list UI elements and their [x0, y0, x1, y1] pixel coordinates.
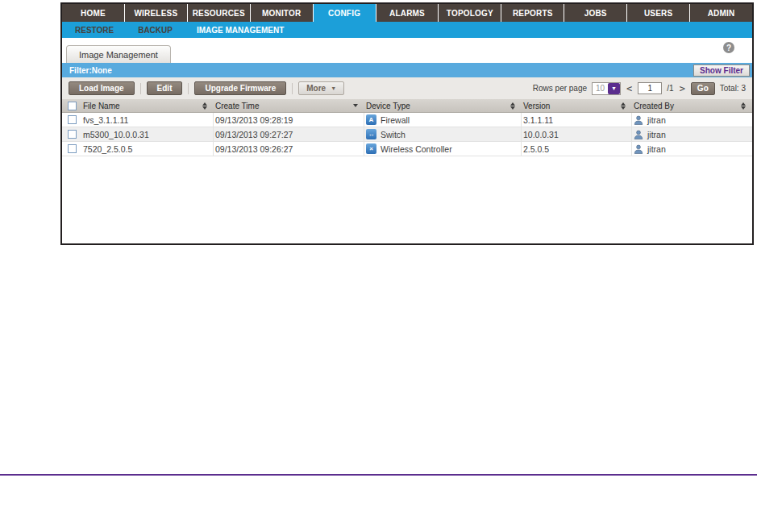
- rows-per-page-label: Rows per page: [533, 84, 587, 93]
- user-icon: [634, 130, 643, 139]
- select-all-checkbox[interactable]: [68, 102, 77, 110]
- page-divider: [0, 474, 757, 476]
- help-icon[interactable]: ?: [723, 42, 734, 53]
- row-checkbox[interactable]: [68, 144, 77, 153]
- rows-per-page-select[interactable]: 10 ▼: [592, 82, 621, 95]
- upgrade-firmware-button[interactable]: Upgrade Firmware: [194, 81, 286, 95]
- nav-item-home[interactable]: HOME: [62, 4, 125, 22]
- total-count-label: Total: 3: [720, 84, 746, 93]
- nav-item-reports[interactable]: REPORTS: [501, 4, 564, 22]
- table-header: File Name Create Time Device Type Versio…: [62, 99, 752, 113]
- app-window: HOME WIRELESS RESOURCES MONITOR CONFIG A…: [60, 2, 754, 245]
- tab-strip: Image Management ?: [62, 38, 752, 63]
- table-row[interactable]: fvs_3.1.1.11 09/13/2013 09:28:19 A Firew…: [62, 113, 752, 127]
- row-checkbox-cell: [62, 144, 81, 153]
- chevron-down-icon: ▼: [331, 85, 336, 91]
- table-empty-area: [62, 156, 752, 243]
- toolbar: Load Image Edit Upgrade Firmware More ▼ …: [62, 77, 752, 99]
- created-by-cell: jitran: [632, 113, 752, 127]
- nav-item-alarms[interactable]: ALARMS: [376, 4, 439, 22]
- sort-icon[interactable]: [621, 102, 626, 110]
- file-name-cell: m5300_10.0.0.31: [81, 127, 214, 141]
- switch-icon: ↔: [366, 129, 376, 139]
- device-type-label: Wireless Controller: [381, 144, 452, 154]
- column-header-device-type[interactable]: Device Type: [364, 99, 522, 112]
- table-row[interactable]: m5300_10.0.0.31 09/13/2013 09:27:27 ↔ Sw…: [62, 127, 752, 142]
- nav-item-resources[interactable]: RESOURCES: [188, 4, 251, 22]
- nav-item-config[interactable]: CONFIG: [314, 4, 376, 22]
- more-button[interactable]: More ▼: [298, 81, 344, 95]
- sort-icon[interactable]: [510, 102, 515, 110]
- previous-page-icon[interactable]: <: [626, 83, 633, 94]
- column-label: Created By: [634, 102, 674, 110]
- filter-bar: Filter:None Show Filter: [62, 63, 752, 77]
- created-by-label: jitran: [647, 144, 666, 154]
- more-button-label: More: [306, 84, 326, 93]
- top-nav: HOME WIRELESS RESOURCES MONITOR CONFIG A…: [62, 4, 752, 22]
- subnav-item-image-management[interactable]: IMAGE MANAGEMENT: [197, 26, 284, 35]
- firewall-icon: A: [366, 114, 376, 125]
- row-checkbox[interactable]: [68, 130, 77, 139]
- subnav-item-backup[interactable]: BACKUP: [138, 26, 173, 35]
- version-cell: 2.5.0.5: [522, 142, 632, 156]
- go-button[interactable]: Go: [691, 82, 715, 95]
- created-by-cell: jitran: [632, 142, 752, 156]
- edit-button[interactable]: Edit: [147, 81, 183, 95]
- toolbar-divider: [292, 83, 293, 94]
- device-type-label: Switch: [381, 130, 406, 139]
- row-checkbox[interactable]: [68, 115, 77, 124]
- row-checkbox-cell: [62, 115, 81, 124]
- version-cell: 10.0.0.31: [522, 127, 632, 141]
- column-header-created-by[interactable]: Created By: [632, 99, 752, 112]
- device-type-cell: × Wireless Controller: [364, 142, 522, 156]
- wireless-controller-icon: ×: [366, 143, 376, 154]
- toolbar-divider: [188, 83, 189, 94]
- create-time-cell: 09/13/2013 09:27:27: [214, 127, 364, 141]
- created-by-label: jitran: [647, 130, 666, 139]
- create-time-cell: 09/13/2013 09:28:19: [214, 113, 364, 127]
- nav-item-monitor[interactable]: MONITOR: [251, 4, 314, 22]
- created-by-cell: jitran: [632, 127, 752, 141]
- config-subnav: RESTORE BACKUP IMAGE MANAGEMENT: [62, 22, 752, 38]
- sort-icon[interactable]: [741, 102, 746, 110]
- filter-status-label: Filter:None: [69, 66, 112, 75]
- row-checkbox-cell: [62, 130, 81, 139]
- create-time-cell: 09/13/2013 09:26:27: [214, 142, 364, 156]
- column-label: Version: [523, 102, 550, 110]
- nav-item-wireless[interactable]: WIRELESS: [125, 4, 188, 22]
- next-page-icon[interactable]: >: [679, 83, 686, 94]
- device-type-label: Firewall: [381, 115, 410, 125]
- tab-image-management[interactable]: Image Management: [66, 45, 171, 63]
- header-checkbox-cell: [62, 102, 81, 110]
- user-icon: [634, 115, 643, 125]
- page-count-label: /1: [667, 84, 673, 93]
- column-label: File Name: [83, 102, 120, 110]
- device-type-cell: ↔ Switch: [364, 127, 522, 141]
- created-by-label: jitran: [647, 115, 666, 125]
- sort-icon[interactable]: [202, 102, 207, 110]
- load-image-button[interactable]: Load Image: [69, 81, 135, 95]
- column-label: Device Type: [366, 102, 410, 110]
- column-header-create-time[interactable]: Create Time: [214, 99, 364, 112]
- pagination: Rows per page 10 ▼ < /1 > Go Total: 3: [533, 82, 746, 95]
- device-type-cell: A Firewall: [364, 113, 522, 127]
- nav-item-users[interactable]: USERS: [627, 4, 690, 22]
- show-filter-button[interactable]: Show Filter: [693, 64, 750, 77]
- version-cell: 3.1.1.11: [522, 113, 632, 127]
- subnav-item-restore[interactable]: RESTORE: [75, 26, 114, 35]
- rows-per-page-value: 10: [593, 83, 608, 94]
- file-name-cell: 7520_2.5.0.5: [81, 142, 214, 156]
- chevron-down-icon: ▼: [608, 83, 620, 94]
- toolbar-divider: [140, 83, 141, 94]
- sort-descending-icon[interactable]: [353, 104, 358, 107]
- column-header-file-name[interactable]: File Name: [81, 99, 214, 112]
- nav-item-topology[interactable]: TOPOLOGY: [439, 4, 501, 22]
- column-header-version[interactable]: Version: [522, 99, 632, 112]
- user-icon: [634, 144, 643, 154]
- nav-item-jobs[interactable]: JOBS: [564, 4, 627, 22]
- table-row[interactable]: 7520_2.5.0.5 09/13/2013 09:26:27 × Wirel…: [62, 142, 752, 156]
- page-number-input[interactable]: [638, 82, 662, 94]
- column-label: Create Time: [215, 102, 259, 110]
- nav-item-admin[interactable]: ADMIN: [690, 4, 752, 22]
- file-name-cell: fvs_3.1.1.11: [81, 113, 214, 127]
